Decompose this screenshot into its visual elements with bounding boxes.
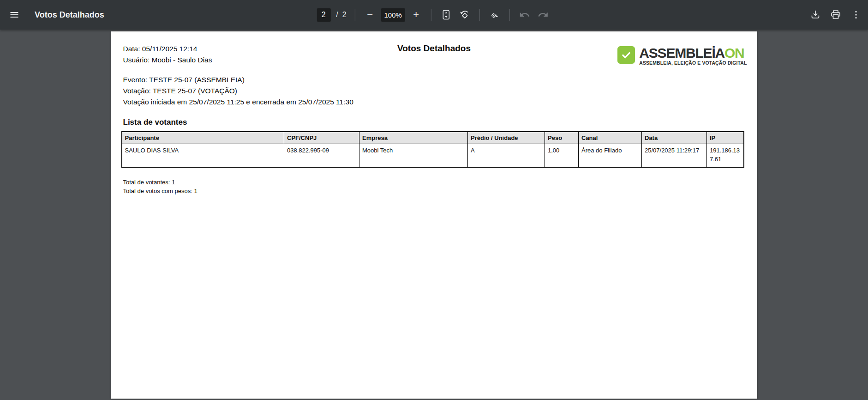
rotate-button[interactable] — [456, 6, 473, 23]
zoom-out-icon: − — [367, 10, 373, 20]
toolbar-left-group: Votos Detalhados — [0, 6, 104, 23]
zoom-out-button[interactable]: − — [362, 6, 378, 23]
page-total: 2 — [342, 11, 347, 19]
zoom-in-icon: + — [413, 10, 419, 20]
meta-gap — [123, 66, 745, 74]
logo-text: ASSEMBLEİAON ASSEMBLEIA, ELEIÇÃO E VOTAÇ… — [639, 46, 747, 66]
logo-check-icon — [617, 46, 635, 64]
logo-brand-accent: ON — [724, 45, 744, 61]
column-header-cpf-cnpj: CPF/CNPJ — [284, 132, 359, 144]
download-icon — [810, 9, 821, 20]
pdf-viewer-scroll-area[interactable]: Votos Detalhados ASSEMBLEİAON ASSEMBLEIA… — [0, 30, 868, 400]
page-divider: / — [336, 11, 338, 19]
document-title: Votos Detalhados — [35, 10, 104, 20]
column-header-peso: Peso — [545, 132, 579, 144]
cell-peso: 1,00 — [545, 144, 579, 167]
rotate-icon — [459, 9, 470, 20]
table-row: SAULO DIAS SILVA 038.822.995-09 Moobi Te… — [122, 144, 744, 167]
pdf-page: Votos Detalhados ASSEMBLEİAON ASSEMBLEIA… — [111, 31, 757, 399]
logo-tagline: ASSEMBLEIA, ELEIÇÃO E VOTAÇÃO DIGITAL — [639, 61, 747, 66]
column-header-data: Data — [642, 132, 707, 144]
toolbar-separator — [355, 9, 355, 21]
voters-table: Participante CPF/CNPJ Empresa Prédio / U… — [121, 131, 744, 168]
cell-participante: SAULO DIAS SILVA — [122, 144, 284, 167]
undo-icon — [519, 9, 530, 20]
column-header-canal: Canal — [579, 132, 642, 144]
zoom-level-input[interactable]: 100% — [381, 8, 405, 22]
menu-icon — [9, 9, 20, 20]
column-header-ip: IP — [707, 132, 744, 144]
print-button[interactable] — [827, 6, 844, 23]
annotate-icon — [489, 9, 500, 20]
cell-data: 25/07/2025 11:29:17 — [642, 144, 707, 167]
column-header-predio-unidade: Prédio / Unidade — [468, 132, 545, 144]
zoom-in-button[interactable]: + — [408, 6, 425, 23]
fit-page-icon — [441, 9, 452, 20]
logo-brand: ASSEMBLEİAON — [639, 46, 747, 60]
cell-empresa: Moobi Tech — [359, 144, 468, 167]
toolbar-center-group: / 2 − 100% + — [317, 0, 551, 30]
more-options-button[interactable] — [848, 6, 864, 23]
assembleiaon-logo: ASSEMBLEİAON ASSEMBLEIA, ELEIÇÃO E VOTAÇ… — [617, 46, 747, 66]
cell-predio-unidade: A — [468, 144, 545, 167]
toolbar-right-group — [807, 6, 868, 23]
logo-brand-main: ASSEMBLEİA — [639, 45, 724, 61]
meta-period: Votação iniciada em 25/07/2025 11:25 e e… — [123, 97, 745, 108]
fit-page-button[interactable] — [438, 6, 455, 23]
cell-ip: 191.186.137.61 — [707, 144, 744, 167]
column-header-empresa: Empresa — [359, 132, 468, 144]
pdf-viewer-toolbar: Votos Detalhados / 2 − 100% + — [0, 0, 868, 30]
cell-cpf-cnpj: 038.822.995-09 — [284, 144, 359, 167]
print-icon — [830, 9, 841, 20]
cell-canal: Área do Filiado — [579, 144, 642, 167]
redo-icon — [538, 9, 549, 20]
pdf-page-content: Votos Detalhados ASSEMBLEİAON ASSEMBLEIA… — [111, 31, 757, 195]
column-header-participante: Participante — [122, 132, 284, 144]
toolbar-separator — [431, 9, 431, 21]
meta-event: Evento: TESTE 25-07 (ASSEMBLEIA) — [123, 74, 745, 85]
table-header-row: Participante CPF/CNPJ Empresa Prédio / U… — [122, 132, 744, 144]
download-button[interactable] — [807, 6, 824, 23]
totals-block: Total de votantes: 1 Total de votos com … — [123, 178, 745, 195]
toolbar-separator — [509, 9, 510, 21]
undo-button[interactable] — [516, 6, 533, 23]
more-icon — [850, 9, 862, 20]
redo-button[interactable] — [535, 6, 551, 23]
menu-button[interactable] — [6, 6, 23, 23]
page-number-input[interactable] — [317, 8, 330, 22]
total-weighted-votes: Total de votos com pesos: 1 — [123, 187, 745, 195]
meta-voting: Votação: TESTE 25-07 (VOTAÇÃO) — [123, 85, 745, 97]
toolbar-separator — [479, 9, 480, 21]
voters-list-heading: Lista de votantes — [123, 118, 745, 127]
annotate-button[interactable] — [486, 6, 503, 23]
total-voters: Total de votantes: 1 — [123, 178, 745, 187]
